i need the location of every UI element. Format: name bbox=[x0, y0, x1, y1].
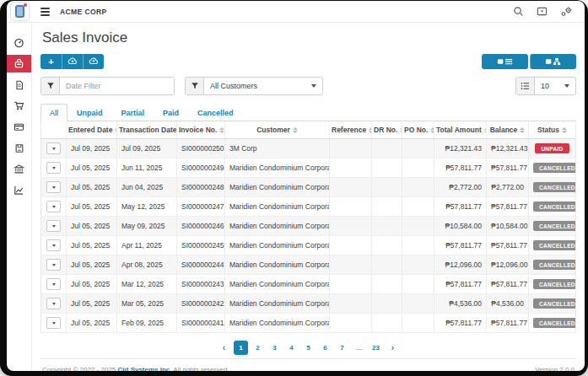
cell-customer: Maridien Condominium Corporation bbox=[225, 294, 330, 314]
col-header-reference[interactable]: Reference bbox=[330, 121, 372, 139]
sidebar-item-purchases[interactable] bbox=[7, 97, 31, 115]
col-header-actions bbox=[41, 121, 67, 139]
tab-unpaid[interactable]: Unpaid bbox=[67, 104, 112, 121]
cell-customer: Maridien Condominium Corporation bbox=[225, 217, 330, 236]
page-button-6[interactable]: 6 bbox=[318, 341, 332, 355]
chevron-down-icon bbox=[311, 84, 316, 88]
company-link[interactable]: Cid Systems Inc. bbox=[118, 366, 172, 371]
add-invoice-button[interactable]: + bbox=[40, 54, 62, 69]
toolbar: + bbox=[40, 54, 576, 69]
sidebar-item-payments[interactable] bbox=[7, 118, 31, 136]
search-icon[interactable] bbox=[513, 6, 524, 17]
cell-invoice: SI000000247 bbox=[177, 197, 225, 217]
page-button-7[interactable]: 7 bbox=[335, 341, 349, 355]
sort-icon bbox=[562, 127, 567, 133]
page-button-1[interactable]: 1 bbox=[234, 341, 248, 355]
sales-invoice-icon bbox=[13, 58, 24, 69]
tab-all[interactable]: All bbox=[40, 104, 67, 121]
cell-po bbox=[402, 197, 434, 217]
app-logo[interactable] bbox=[7, 3, 32, 20]
cell-transaction: Mar 05, 2025 bbox=[117, 294, 177, 314]
cell-total: ₱12,096.00 bbox=[434, 255, 487, 275]
cell-status: CANCELLED bbox=[529, 158, 576, 178]
cell-total: ₱2,772.00 bbox=[434, 178, 487, 197]
page-button-5[interactable]: 5 bbox=[301, 341, 316, 355]
row-expand-button[interactable] bbox=[46, 298, 61, 309]
cell-po bbox=[402, 275, 434, 294]
sidebar-item-dashboard[interactable] bbox=[7, 34, 31, 51]
card-list-view-button[interactable] bbox=[482, 54, 528, 69]
settings-gears-icon[interactable] bbox=[560, 6, 573, 17]
col-header-invoice-no[interactable]: Invoice No. bbox=[177, 121, 225, 139]
cell-balance: ₱57,811.77 bbox=[487, 197, 529, 217]
cell-dr bbox=[372, 236, 402, 255]
col-header-total-amount[interactable]: Total Amount bbox=[434, 121, 487, 139]
cart-icon bbox=[13, 100, 24, 111]
table-row: Jul 05, 2025Mar 12, 2025SI000000243Marid… bbox=[41, 275, 576, 294]
row-expand-button[interactable] bbox=[46, 142, 61, 154]
cell-actions bbox=[41, 158, 67, 178]
row-expand-button[interactable] bbox=[46, 220, 61, 232]
row-expand-button[interactable] bbox=[46, 278, 61, 290]
row-expand-button[interactable] bbox=[46, 239, 61, 251]
app-frame: ACME CORP bbox=[7, 1, 585, 371]
cell-customer: Maridien Condominium Corporation bbox=[225, 275, 330, 294]
sidebar bbox=[7, 23, 32, 371]
col-header-dr-no[interactable]: DR No. bbox=[372, 121, 402, 139]
company-name: ACME CORP bbox=[60, 8, 107, 16]
tab-cancelled[interactable]: Cancelled bbox=[188, 104, 243, 121]
sort-icon bbox=[219, 127, 224, 133]
row-expand-button[interactable] bbox=[46, 201, 61, 212]
col-header-transaction-date[interactable]: Transaction Date bbox=[117, 121, 177, 139]
cell-reference bbox=[330, 314, 372, 333]
row-expand-button[interactable] bbox=[46, 317, 61, 329]
col-header-status[interactable]: Status bbox=[529, 121, 576, 139]
menu-toggle-icon[interactable] bbox=[40, 8, 50, 16]
content: Sales Invoice + bbox=[32, 23, 585, 371]
col-header-customer[interactable]: Customer bbox=[225, 121, 330, 139]
cell-status: CANCELLED bbox=[529, 275, 576, 294]
sort-icon bbox=[520, 127, 525, 133]
topbar-actions bbox=[513, 6, 573, 17]
page-button-4[interactable]: 4 bbox=[284, 341, 299, 355]
cell-po bbox=[402, 217, 434, 236]
date-filter-input[interactable] bbox=[60, 78, 174, 94]
cell-entered: Jul 05, 2025 bbox=[67, 197, 117, 217]
sort-icon bbox=[430, 127, 434, 133]
cell-reference bbox=[330, 139, 372, 158]
cell-actions bbox=[41, 178, 67, 197]
inbox-icon[interactable] bbox=[537, 6, 548, 17]
cloud-download-button[interactable] bbox=[62, 54, 83, 69]
row-expand-button[interactable] bbox=[46, 181, 61, 193]
cell-reference bbox=[330, 217, 372, 236]
table-row: Jul 05, 2025Jun 04, 2025SI000000248Marid… bbox=[41, 178, 576, 197]
page-size-select[interactable]: 10 bbox=[535, 78, 575, 94]
sidebar-item-documents[interactable] bbox=[7, 76, 31, 94]
cell-total: ₱4,536.00 bbox=[434, 294, 487, 314]
cloud-upload-button[interactable] bbox=[83, 54, 104, 69]
tab-paid[interactable]: Paid bbox=[154, 104, 188, 121]
row-expand-button[interactable] bbox=[46, 259, 61, 271]
page-button-2[interactable]: 2 bbox=[251, 341, 265, 355]
sidebar-item-banking[interactable] bbox=[7, 160, 31, 178]
table-row: Jul 05, 2025Feb 09, 2025SI000000241Marid… bbox=[41, 314, 576, 333]
cell-customer: Maridien Condominium Corporation bbox=[225, 158, 330, 178]
page-next-button[interactable]: › bbox=[386, 341, 400, 355]
col-header-po-no[interactable]: PO No. bbox=[402, 121, 434, 139]
cell-dr bbox=[372, 255, 402, 275]
sidebar-item-register[interactable] bbox=[7, 139, 31, 157]
sort-icon bbox=[369, 127, 371, 133]
cell-customer: Maridien Condominium Corporation bbox=[225, 236, 330, 255]
customer-select[interactable]: All Customers bbox=[204, 78, 322, 94]
sidebar-item-reports[interactable] bbox=[7, 181, 31, 199]
col-header-balance[interactable]: Balance bbox=[487, 121, 529, 139]
page-button-3[interactable]: 3 bbox=[267, 341, 282, 355]
card-list-view-icon bbox=[497, 56, 514, 68]
row-expand-button[interactable] bbox=[46, 162, 61, 174]
page-prev-button[interactable]: ‹ bbox=[217, 341, 231, 355]
col-header-entered-date[interactable]: Entered Date bbox=[67, 121, 117, 139]
sidebar-item-sales-invoice[interactable] bbox=[7, 55, 31, 73]
tab-partial[interactable]: Partial bbox=[112, 104, 154, 121]
page-button-23[interactable]: 23 bbox=[369, 341, 383, 355]
card-tree-view-button[interactable] bbox=[530, 54, 576, 69]
